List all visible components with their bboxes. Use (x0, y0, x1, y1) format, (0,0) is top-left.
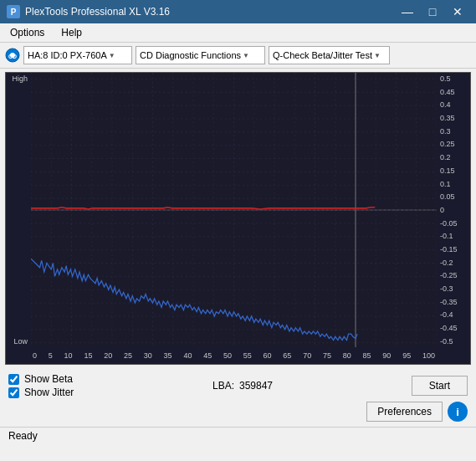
drive-value: HA:8 ID:0 PX-760A (28, 50, 107, 60)
y-right-005: 0.05 (438, 192, 468, 201)
function-value: CD Diagnostic Functions (140, 50, 241, 60)
window-title: PlexTools Professional XL V3.16 (25, 6, 170, 18)
chart-svg (31, 73, 437, 347)
x-40: 40 (183, 351, 192, 360)
y-right-04: 0.4 (438, 100, 468, 109)
beta-line (31, 207, 375, 209)
chart-area: High Low 0.5 0.45 0.4 0.35 0.3 0.25 0.2 … (5, 72, 471, 365)
y-high-label: High (8, 74, 29, 83)
y-right-n01: -0.1 (438, 232, 468, 240)
preferences-button[interactable]: Preferences (366, 402, 443, 422)
x-60: 60 (264, 351, 272, 360)
x-75: 75 (323, 351, 331, 360)
status-bar: Ready (0, 427, 476, 444)
x-5: 5 (49, 351, 53, 360)
y-right-n05: -0.5 (438, 337, 468, 346)
start-button[interactable]: Start (412, 376, 468, 396)
y-right-n005: -0.05 (438, 219, 468, 228)
x-45: 45 (203, 351, 212, 360)
menu-bar: Options Help (0, 23, 476, 43)
x-25: 25 (124, 351, 132, 360)
x-90: 90 (382, 351, 391, 360)
function-dropdown-arrow: ▼ (243, 52, 249, 59)
y-right-03: 0.3 (438, 127, 468, 136)
menu-options[interactable]: Options (3, 25, 51, 40)
y-right-n045: -0.45 (438, 324, 468, 332)
drive-dropdown[interactable]: HA:8 ID:0 PX-760A ▼ (23, 46, 132, 64)
x-50: 50 (223, 351, 232, 360)
show-beta-checkbox[interactable] (8, 374, 19, 385)
x-100: 100 (422, 351, 435, 360)
lba-label: LBA: (212, 380, 234, 392)
checkboxes-area: Show Beta Show Jitter (8, 373, 74, 398)
y-right-n025: -0.25 (438, 271, 468, 279)
svg-text:CD: CD (8, 54, 17, 59)
x-10: 10 (64, 351, 73, 360)
show-jitter-label: Show Jitter (24, 387, 74, 398)
x-20: 20 (104, 351, 112, 360)
y-axis-right: 0.5 0.45 0.4 0.35 0.3 0.25 0.2 0.15 0.1 … (437, 73, 470, 347)
x-55: 55 (243, 351, 252, 360)
test-value: Q-Check Beta/Jitter Test (273, 50, 372, 60)
status-text: Ready (8, 430, 38, 442)
window-controls: — □ ✕ (396, 3, 469, 21)
x-35: 35 (164, 351, 172, 360)
minimize-button[interactable]: — (396, 3, 419, 21)
y-right-015: 0.15 (438, 166, 468, 175)
y-right-n015: -0.15 (438, 245, 468, 254)
x-0: 0 (33, 351, 37, 360)
y-right-035: 0.35 (438, 114, 468, 122)
drive-dropdown-arrow: ▼ (109, 52, 115, 59)
y-low-label: Low (8, 337, 29, 346)
toolbar: CD HA:8 ID:0 PX-760A ▼ CD Diagnostic Fun… (0, 43, 476, 69)
show-jitter-item[interactable]: Show Jitter (8, 387, 74, 398)
y-right-025: 0.25 (438, 140, 468, 148)
maximize-button[interactable]: □ (421, 3, 444, 21)
y-right-05: 0.5 (438, 74, 468, 83)
lba-area: LBA: 359847 (212, 380, 273, 392)
x-30: 30 (144, 351, 152, 360)
x-70: 70 (303, 351, 311, 360)
test-dropdown-arrow: ▼ (374, 52, 381, 59)
drive-icon: CD (5, 48, 20, 63)
y-axis-left: High Low (6, 73, 31, 347)
x-80: 80 (343, 351, 351, 360)
y-right-02: 0.2 (438, 153, 468, 161)
menu-help[interactable]: Help (54, 25, 89, 40)
y-right-0: 0 (438, 206, 468, 214)
y-right-n02: -0.2 (438, 259, 468, 267)
app-icon: P (7, 5, 20, 18)
x-axis: 0 5 10 15 20 25 30 35 40 45 50 55 60 65 … (31, 347, 437, 364)
y-right-n03: -0.3 (438, 284, 468, 293)
y-right-045: 0.45 (438, 88, 468, 96)
bottom-panel: Show Beta Show Jitter LBA: 359847 Start … (0, 368, 476, 427)
x-65: 65 (283, 351, 291, 360)
function-dropdown[interactable]: CD Diagnostic Functions ▼ (136, 46, 265, 64)
title-bar: P PlexTools Professional XL V3.16 — □ ✕ (0, 0, 476, 23)
x-15: 15 (84, 351, 92, 360)
test-dropdown[interactable]: Q-Check Beta/Jitter Test ▼ (269, 46, 390, 64)
bottom-buttons: Preferences i (366, 402, 468, 422)
close-button[interactable]: ✕ (446, 3, 469, 21)
x-85: 85 (363, 351, 371, 360)
show-beta-item[interactable]: Show Beta (8, 373, 74, 385)
lba-value: 359847 (239, 380, 273, 392)
x-95: 95 (402, 351, 411, 360)
show-jitter-checkbox[interactable] (8, 387, 19, 398)
drive-selector-area: CD HA:8 ID:0 PX-760A ▼ (5, 46, 132, 64)
y-right-01: 0.1 (438, 180, 468, 188)
show-beta-label: Show Beta (24, 373, 73, 385)
y-right-n04: -0.4 (438, 310, 468, 319)
bottom-row-1: Show Beta Show Jitter LBA: 359847 Start (8, 373, 468, 398)
y-right-n035: -0.35 (438, 298, 468, 306)
bottom-row-2: Preferences i (8, 402, 468, 422)
info-button[interactable]: i (448, 402, 468, 422)
